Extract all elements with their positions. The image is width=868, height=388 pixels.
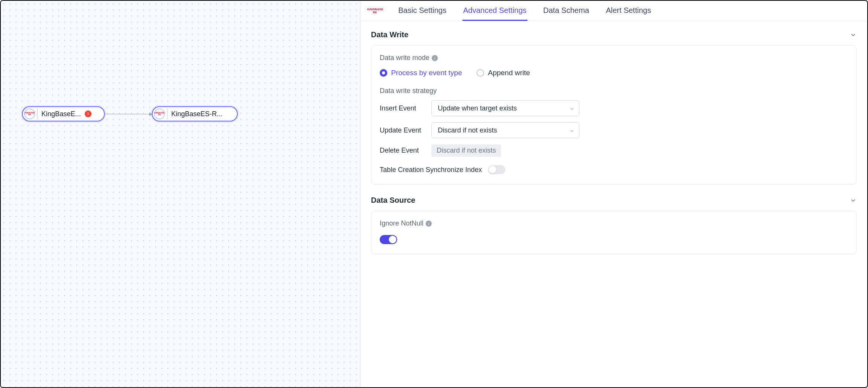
radio-process-by-event-type[interactable]: Process by event type xyxy=(380,69,462,77)
radio-label: Append write xyxy=(488,69,530,77)
kingbase-icon: KINGBASE R6 xyxy=(24,109,35,119)
info-icon[interactable]: i xyxy=(426,221,432,227)
label-text: Data write mode xyxy=(380,54,429,62)
insert-event-label: Insert Event xyxy=(380,104,425,112)
radio-icon xyxy=(477,69,484,77)
tab-alert-settings[interactable]: Alert Settings xyxy=(605,1,652,21)
tab-bar: KINGBASE R6 Basic Settings Advanced Sett… xyxy=(360,1,867,21)
node-divider xyxy=(167,108,167,120)
node-source[interactable]: KINGBASE R6 KingBaseE... xyxy=(22,106,105,121)
warning-icon xyxy=(85,110,92,117)
node-label: KingBaseES-R... xyxy=(171,110,223,118)
radio-label: Process by event type xyxy=(391,69,462,77)
sync-index-label: Table Creation Synchronize Index xyxy=(380,166,482,174)
kingbase-icon: KINGBASE R6 xyxy=(154,109,165,119)
config-panel: KINGBASE R6 Basic Settings Advanced Sett… xyxy=(360,1,867,387)
update-event-label: Update Event xyxy=(380,126,425,134)
tab-basic-settings[interactable]: Basic Settings xyxy=(398,1,447,21)
section-toggle-data-write[interactable]: Data Write xyxy=(371,30,857,39)
delete-event-label: Delete Event xyxy=(380,147,425,155)
select-value: Discard if not exists xyxy=(438,126,497,134)
svg-point-0 xyxy=(88,115,88,116)
data-source-card: Ignore NotNull i xyxy=(371,211,857,254)
node-target[interactable]: KINGBASE R6 KingBaseES-R... xyxy=(152,106,238,121)
radio-icon xyxy=(380,69,387,77)
node-divider xyxy=(37,108,38,120)
kingbase-icon: KINGBASE R6 xyxy=(367,8,382,14)
data-write-mode-radios: Process by event type Append write xyxy=(380,69,848,77)
section-title: Data Write xyxy=(371,30,409,39)
radio-append-write[interactable]: Append write xyxy=(477,69,530,77)
tab-data-schema[interactable]: Data Schema xyxy=(543,1,590,21)
sync-index-toggle[interactable] xyxy=(488,165,505,174)
edge-source-to-target xyxy=(105,114,152,114)
label-text: Data write strategy xyxy=(380,87,437,95)
data-write-strategy-label: Data write strategy xyxy=(380,87,848,95)
node-label: KingBaseE... xyxy=(41,110,81,118)
ignore-notnull-toggle[interactable] xyxy=(380,235,397,244)
info-icon[interactable]: i xyxy=(432,55,438,61)
section-toggle-data-source[interactable]: Data Source xyxy=(371,196,857,205)
ignore-notnull-label: Ignore NotNull i xyxy=(380,219,848,227)
tab-advanced-settings[interactable]: Advanced Settings xyxy=(462,1,527,21)
chevron-down-icon xyxy=(569,106,574,111)
chevron-down-icon xyxy=(569,128,574,133)
section-title: Data Source xyxy=(371,196,415,205)
insert-event-select[interactable]: Update when target exists xyxy=(431,100,579,116)
flow-canvas[interactable]: KINGBASE R6 KingBaseE... KINGBASE R6 Kin… xyxy=(1,1,360,387)
data-write-mode-label: Data write mode i xyxy=(380,54,848,62)
update-event-select[interactable]: Discard if not exists xyxy=(431,122,579,138)
chevron-down-icon xyxy=(850,32,857,38)
select-value: Update when target exists xyxy=(438,104,517,112)
delete-event-value: Discard if not exists xyxy=(431,144,501,157)
data-write-card: Data write mode i Process by event type … xyxy=(371,45,857,185)
chevron-down-icon xyxy=(850,197,857,204)
label-text: Ignore NotNull xyxy=(380,219,423,227)
